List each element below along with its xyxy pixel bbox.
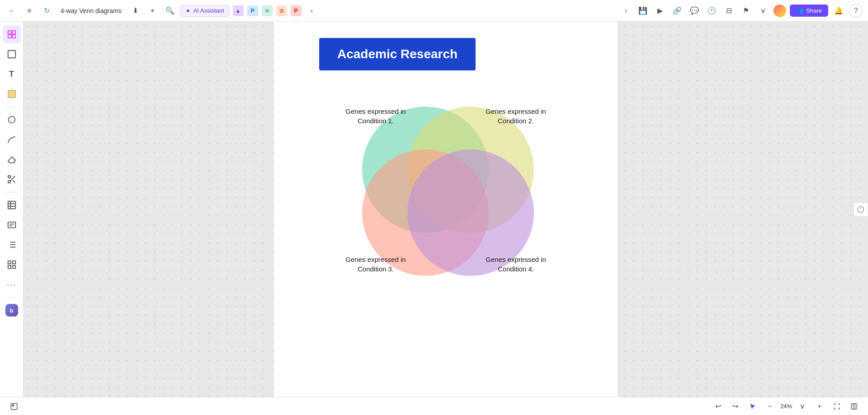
- more-tool[interactable]: ···: [3, 275, 21, 294]
- divider-3: [5, 297, 19, 298]
- doc-title[interactable]: 4-way Venn diagrams: [57, 5, 125, 16]
- svg-rect-33: [851, 404, 857, 409]
- download-button[interactable]: ⬇: [129, 4, 142, 18]
- svg-rect-1: [12, 31, 15, 34]
- svg-point-7: [8, 176, 10, 178]
- play-button[interactable]: ▶: [653, 4, 667, 18]
- bottom-right: ↩ ↪ − 24% ∨ +: [712, 400, 861, 413]
- menu-icon: ≡: [27, 7, 31, 15]
- svg-point-8: [8, 181, 10, 183]
- menu-button[interactable]: ≡: [23, 4, 36, 18]
- left-sidebar: T ···: [0, 22, 24, 397]
- eraser-tool[interactable]: [3, 150, 21, 168]
- share-button[interactable]: 👥 Share: [790, 5, 828, 17]
- diagram-title[interactable]: Academic Research: [319, 38, 476, 70]
- canvas-area[interactable]: Academic Research Genes expressed in Con…: [24, 22, 868, 397]
- share-label: Share: [806, 7, 822, 14]
- refresh-button[interactable]: ↻: [40, 4, 53, 18]
- svg-line-10: [13, 180, 15, 182]
- tab-icon-5[interactable]: P: [291, 5, 302, 16]
- download-icon: ⬇: [132, 6, 138, 15]
- search-button[interactable]: 🔍: [163, 4, 177, 18]
- svg-rect-25: [12, 261, 15, 264]
- layout-button[interactable]: ⊟: [722, 4, 736, 18]
- shape-tool[interactable]: [3, 111, 21, 129]
- tab-icon-2[interactable]: P: [247, 5, 258, 16]
- label-condition1: Genes expressed in Condition 1.: [344, 107, 407, 126]
- flag-button[interactable]: ⚑: [739, 4, 753, 18]
- svg-point-6: [8, 117, 15, 123]
- history-button[interactable]: 🕐: [705, 4, 718, 18]
- share-icon: 👥: [796, 7, 803, 14]
- branding-icon: b: [5, 304, 18, 317]
- ai-assistant-button[interactable]: ✦ AI Assistant: [180, 5, 229, 17]
- tab-icon-4[interactable]: ⊞: [276, 5, 287, 16]
- chevron-button[interactable]: ∨: [756, 4, 770, 18]
- avatar[interactable]: [774, 5, 786, 17]
- more-icon: ···: [7, 280, 16, 289]
- collapse-tabs-button[interactable]: ‹: [305, 4, 319, 18]
- tab-icon-3[interactable]: ≋: [262, 5, 273, 16]
- ai-icon: ✦: [185, 7, 191, 14]
- collapse-icon: ‹: [311, 7, 313, 15]
- bell-button[interactable]: 🔔: [832, 4, 845, 18]
- label-condition2: Genes expressed in Condition 2.: [484, 107, 547, 126]
- save-button[interactable]: 💾: [636, 4, 650, 18]
- refresh-icon: ↻: [44, 6, 50, 15]
- canvas-page: Academic Research Genes expressed in Con…: [274, 22, 618, 397]
- pen-tool[interactable]: [3, 131, 21, 149]
- bottom-bar: ↩ ↪ − 24% ∨ +: [0, 397, 868, 415]
- svg-rect-0: [8, 31, 11, 34]
- svg-rect-3: [12, 35, 15, 38]
- tab-icon-1[interactable]: ▲: [233, 5, 244, 16]
- text-tool[interactable]: T: [3, 65, 21, 83]
- branding-tool[interactable]: b: [3, 301, 21, 319]
- redo-button[interactable]: ↪: [729, 400, 742, 413]
- svg-rect-5: [8, 90, 15, 98]
- comment-button[interactable]: 💬: [688, 4, 701, 18]
- zoom-in-button[interactable]: +: [813, 400, 826, 413]
- label-condition3: Genes expressed in Condition 3.: [344, 255, 407, 274]
- zoom-dropdown-button[interactable]: ∨: [796, 400, 809, 413]
- expand-button[interactable]: ›: [619, 4, 632, 18]
- svg-rect-32: [12, 405, 14, 406]
- svg-rect-11: [8, 201, 15, 209]
- scissors-tool[interactable]: [3, 170, 21, 188]
- help-button[interactable]: ?: [849, 4, 863, 18]
- fit-screen-button[interactable]: [830, 400, 844, 413]
- home-tool[interactable]: [3, 25, 21, 43]
- link-button[interactable]: 🔗: [670, 4, 684, 18]
- zoom-value: 24%: [780, 403, 792, 410]
- frame-tool[interactable]: [3, 45, 21, 63]
- back-icon: ←: [9, 7, 16, 15]
- venn-diagram: Genes expressed in Condition 1. Genes ex…: [342, 93, 550, 283]
- zoom-out-button[interactable]: −: [763, 400, 777, 413]
- topbar-left: ← ≡ ↻ 4-way Venn diagrams ⬇ ⌖ 🔍 ✦ AI Ass…: [5, 4, 432, 18]
- svg-rect-26: [8, 266, 10, 268]
- topbar: ← ≡ ↻ 4-way Venn diagrams ⬇ ⌖ 🔍 ✦ AI Ass…: [0, 0, 868, 22]
- textbox-tool[interactable]: [3, 216, 21, 234]
- grid-tool[interactable]: [3, 256, 21, 274]
- divider-2: [5, 192, 19, 192]
- tag-button[interactable]: ⌖: [146, 4, 160, 18]
- topbar-right: › 💾 ▶ 🔗 💬 🕐 ⊟ ⚑ ∨ 👥 Share 🔔 ?: [436, 4, 863, 18]
- svg-rect-4: [8, 51, 15, 58]
- ai-label: AI Assistant: [193, 7, 224, 14]
- fullscreen-button[interactable]: [847, 400, 861, 413]
- search-icon: 🔍: [165, 6, 175, 15]
- bottom-left: [7, 400, 21, 413]
- cursor-mode-button[interactable]: [746, 400, 760, 413]
- zoom-level: 24%: [780, 403, 792, 410]
- undo-button[interactable]: ↩: [712, 400, 725, 413]
- info-panel-toggle[interactable]: [854, 202, 868, 217]
- svg-rect-15: [8, 222, 15, 228]
- label-condition4: Genes expressed in Condition 4.: [484, 255, 547, 274]
- table-tool[interactable]: [3, 196, 21, 214]
- back-button[interactable]: ←: [5, 4, 19, 18]
- sticky-tool[interactable]: [3, 85, 21, 103]
- tag-icon: ⌖: [151, 7, 155, 15]
- list-tool[interactable]: [3, 236, 21, 254]
- minimap-button[interactable]: [7, 400, 21, 413]
- main-layout: T ···: [0, 22, 868, 397]
- svg-rect-2: [8, 35, 11, 38]
